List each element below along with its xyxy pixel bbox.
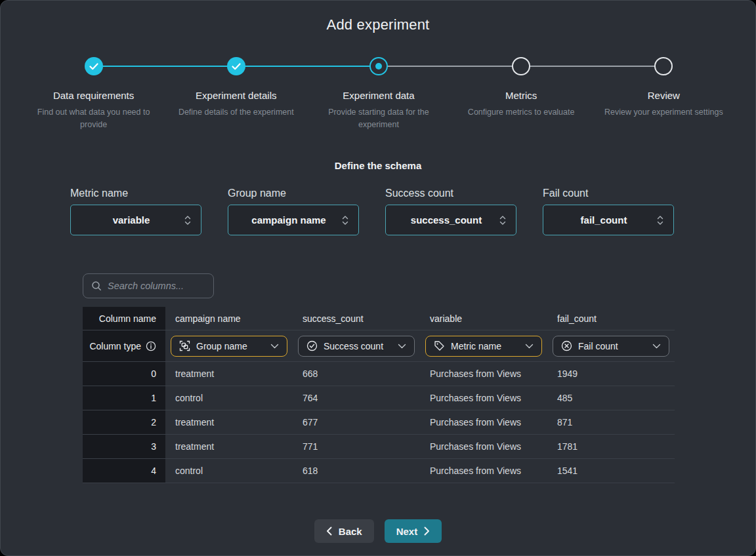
active-step-dot: [375, 63, 382, 70]
table-row: 4 control 618 Purchases from Views 1541: [83, 459, 675, 483]
cell: 485: [547, 386, 675, 410]
step-description: Provide starting data for the experiment: [318, 106, 439, 132]
type-cell: Fail count: [547, 330, 675, 361]
updown-chevron-icon: [184, 216, 192, 225]
cell: Purchases from Views: [420, 435, 547, 458]
field-label: Fail count: [543, 188, 674, 199]
type-select-group-name[interactable]: Group name: [171, 336, 287, 357]
field-group-name: Group name campaign name: [228, 188, 359, 235]
cell: treatment: [165, 362, 293, 386]
chevron-right-icon: [424, 526, 430, 536]
step-todo-icon[interactable]: [654, 57, 673, 75]
cell: 668: [293, 362, 420, 386]
row-index: 2: [83, 410, 165, 434]
next-button-label: Next: [396, 526, 418, 537]
cell: 764: [293, 386, 420, 410]
cell: Purchases from Views: [420, 386, 547, 410]
step-metrics[interactable]: Metrics Configure metrics to evaluate: [450, 57, 593, 132]
search-input[interactable]: [108, 281, 205, 291]
type-select-fail-count[interactable]: Fail count: [553, 336, 669, 357]
step-review[interactable]: Review Review your experiment settings: [593, 57, 735, 132]
cell: 1781: [547, 435, 675, 458]
column-name-row: Column name campaign name success_count …: [83, 307, 675, 330]
schema-fields: Metric name variable Group name campaign…: [70, 188, 674, 235]
back-button-label: Back: [339, 526, 362, 537]
step-experiment-data[interactable]: Experiment data Provide starting data fo…: [307, 57, 450, 132]
table-row: 3 treatment 771 Purchases from Views 178…: [83, 435, 675, 459]
row-index: 3: [83, 435, 165, 458]
column-name-header: Column name: [83, 307, 165, 330]
chevron-down-icon: [525, 344, 534, 349]
field-metric-name: Metric name variable: [70, 188, 201, 235]
type-cell: Metric name: [420, 330, 547, 361]
type-select-label: Group name: [196, 341, 264, 351]
selected-value: fail_count: [581, 214, 637, 226]
fail-count-select[interactable]: fail_count: [543, 205, 674, 235]
row-index: 0: [83, 362, 165, 386]
type-cell: Success count: [293, 330, 420, 361]
type-select-metric-name[interactable]: Metric name: [425, 336, 542, 357]
cell: control: [165, 459, 293, 483]
table-row: 0 treatment 668 Purchases from Views 194…: [83, 362, 675, 386]
chevron-down-icon: [652, 344, 661, 349]
success-count-select[interactable]: success_count: [385, 205, 516, 235]
type-select-success-count[interactable]: Success count: [298, 336, 415, 357]
chevron-down-icon: [270, 344, 279, 349]
table-row: 1 control 764 Purchases from Views 485: [83, 386, 675, 410]
selected-value: campaign name: [251, 214, 335, 226]
cell: treatment: [165, 435, 293, 458]
field-label: Metric name: [70, 188, 201, 199]
chevron-down-icon: [398, 344, 406, 349]
step-description: Configure metrics to evaluate: [468, 106, 575, 119]
step-title: Data requirements: [53, 90, 134, 101]
table-row: 2 treatment 677 Purchases from Views 871: [83, 410, 675, 435]
back-button[interactable]: Back: [314, 519, 374, 543]
column-type-row: Column type Group name: [83, 330, 675, 362]
cell: 1949: [547, 362, 675, 386]
cell: Purchases from Views: [420, 459, 547, 483]
step-title: Review: [648, 90, 680, 101]
chevron-left-icon: [326, 526, 332, 536]
add-experiment-dialog: Add experiment Data requirements Find ou…: [0, 0, 756, 556]
step-title: Experiment details: [196, 90, 276, 101]
step-experiment-details[interactable]: Experiment details Define details of the…: [165, 57, 307, 132]
wizard-stepper: Data requirements Find out what data you…: [22, 57, 735, 132]
type-cell: Group name: [165, 330, 293, 361]
step-todo-icon[interactable]: [512, 57, 530, 75]
step-done-icon[interactable]: [227, 57, 245, 75]
cell: 871: [547, 410, 675, 434]
updown-chevron-icon: [656, 216, 664, 225]
object-group-icon: [179, 340, 190, 351]
field-success-count: Success count success_count: [385, 188, 516, 235]
step-done-icon[interactable]: [85, 57, 103, 75]
type-select-label: Success count: [324, 341, 392, 351]
type-select-label: Fail count: [578, 341, 646, 351]
field-fail-count: Fail count fail_count: [543, 188, 674, 235]
field-label: Success count: [385, 188, 516, 199]
search-icon: [91, 281, 102, 291]
schema-heading: Define the schema: [1, 160, 755, 171]
step-description: Define details of the experiment: [178, 106, 294, 119]
step-description: Review your experiment settings: [604, 106, 723, 119]
type-select-label: Metric name: [451, 341, 519, 351]
selected-value: success_count: [411, 214, 491, 226]
cell: 618: [293, 459, 420, 483]
cell: 771: [293, 435, 420, 458]
column-header: fail_count: [547, 307, 675, 330]
step-title: Metrics: [505, 90, 537, 101]
cell: control: [165, 386, 293, 410]
cell: treatment: [165, 410, 293, 434]
column-header: success_count: [293, 307, 420, 330]
columns-table: Column name campaign name success_count …: [83, 307, 675, 483]
metric-name-select[interactable]: variable: [70, 205, 201, 235]
step-active-icon[interactable]: [369, 57, 388, 75]
step-data-requirements[interactable]: Data requirements Find out what data you…: [22, 57, 165, 132]
next-button[interactable]: Next: [385, 519, 442, 543]
updown-chevron-icon: [341, 216, 349, 225]
tag-icon: [434, 340, 445, 351]
step-description: Find out what data you need to provide: [33, 106, 154, 132]
info-icon[interactable]: [146, 341, 156, 351]
cell: 1541: [547, 459, 675, 483]
group-name-select[interactable]: campaign name: [228, 205, 359, 235]
field-label: Group name: [228, 188, 359, 199]
